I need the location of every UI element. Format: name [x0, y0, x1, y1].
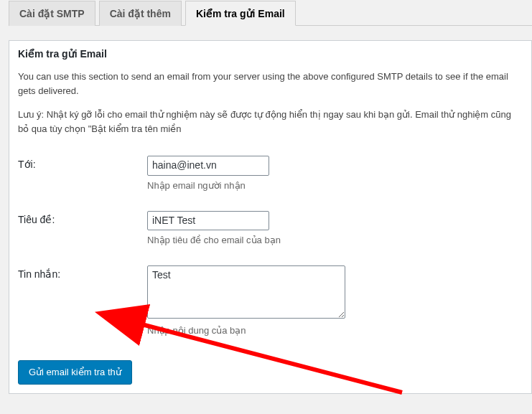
tab-label: Cài đặt thêm [110, 8, 171, 19]
tab-test-email[interactable]: Kiểm tra gửi Email [185, 1, 296, 26]
tab-label: Kiểm tra gửi Email [196, 8, 285, 19]
panel-heading: Kiểm tra gửi Email [9, 41, 531, 67]
panel-note-text: Lưu ý: Nhật ký gỡ lỗi cho email thử nghi… [18, 108, 523, 136]
subject-label: Tiêu đề: [18, 201, 147, 256]
send-test-email-button[interactable]: Gửi email kiểm tra thử [18, 360, 132, 385]
to-input[interactable] [147, 156, 269, 176]
to-label: Tới: [18, 146, 147, 201]
test-email-panel: Kiểm tra gửi Email You can use this sect… [9, 40, 532, 394]
subject-help: Nhập tiêu đề cho email của bạn [147, 235, 523, 245]
subject-input[interactable] [147, 211, 269, 231]
tab-label: Cài đặt SMTP [19, 8, 85, 19]
tab-additional-settings[interactable]: Cài đặt thêm [99, 1, 182, 26]
message-label: Tin nhắn: [18, 255, 147, 346]
tab-smtp-settings[interactable]: Cài đặt SMTP [9, 1, 95, 26]
to-help: Nhập email người nhận [147, 180, 523, 191]
table-row: Tới: Nhập email người nhận [18, 146, 523, 201]
message-textarea[interactable] [147, 265, 345, 319]
table-row: Tin nhắn: Nhập nội dung của bạn [18, 255, 523, 346]
form-table: Tới: Nhập email người nhận Tiêu đề: Nhập… [18, 146, 523, 346]
panel-intro-text: You can use this section to send an emai… [18, 70, 523, 98]
table-row: Tiêu đề: Nhập tiêu đề cho email của bạn [18, 201, 523, 256]
message-help: Nhập nội dung của bạn [147, 325, 523, 336]
tab-bar: Cài đặt SMTP Cài đặt thêm Kiểm tra gửi E… [9, 0, 532, 26]
